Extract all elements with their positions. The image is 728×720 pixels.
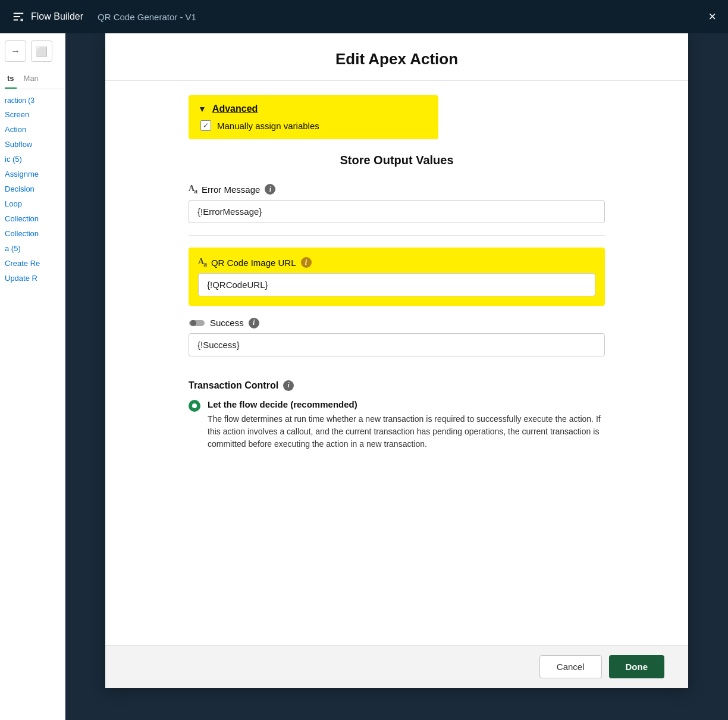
radio-content: Let the flow decide (recommended) The fl…: [208, 399, 605, 450]
let-flow-decide-radio[interactable]: [189, 400, 200, 412]
transaction-control-header: Transaction Control i: [189, 380, 605, 391]
cancel-button[interactable]: Cancel: [539, 655, 602, 678]
radio-label: Let the flow decide (recommended): [208, 399, 605, 409]
edit-apex-modal: Edit Apex Action ▼ Advanced ✓ Manually a…: [105, 33, 688, 688]
manually-assign-label: Manually assign variables: [217, 121, 319, 131]
advanced-title: Advanced: [212, 104, 258, 114]
qr-code-url-input[interactable]: [198, 273, 595, 296]
svg-point-1: [190, 320, 196, 326]
modal-footer: Cancel Done: [105, 645, 688, 688]
qr-code-info-icon[interactable]: i: [301, 257, 312, 268]
modal-header: Edit Apex Action: [105, 33, 688, 81]
modal-title: Edit Apex Action: [129, 50, 664, 68]
manually-assign-checkbox[interactable]: ✓: [200, 120, 211, 131]
error-message-label-row: Aa Error Message i: [189, 184, 605, 195]
success-label: Success: [210, 318, 244, 328]
flow-title: QR Code Generator - V1: [98, 12, 196, 22]
modal-overlay: Edit Apex Action ▼ Advanced ✓ Manually a…: [0, 33, 728, 720]
transaction-control-title: Transaction Control: [189, 380, 278, 391]
app-title: Flow Builder: [31, 11, 83, 22]
qr-code-label: QR Code Image URL: [211, 258, 296, 268]
transaction-control-info-icon[interactable]: i: [283, 380, 294, 391]
radio-inner: [192, 403, 197, 408]
error-message-group: Aa Error Message i: [189, 184, 605, 236]
advanced-header[interactable]: ▼ Advanced: [198, 104, 429, 114]
success-info-icon[interactable]: i: [249, 318, 259, 328]
modal-body: ▼ Advanced ✓ Manually assign variables S…: [105, 81, 688, 645]
error-message-input[interactable]: [189, 200, 605, 223]
success-label-row: Success i: [189, 318, 605, 328]
app-logo: Flow Builder: [12, 10, 83, 23]
radio-description: The flow determines at run time whether …: [208, 413, 605, 450]
success-group: Success i: [189, 318, 605, 368]
advanced-section: ▼ Advanced ✓ Manually assign variables: [189, 95, 438, 139]
let-flow-decide-option[interactable]: Let the flow decide (recommended) The fl…: [189, 399, 605, 450]
done-button[interactable]: Done: [609, 655, 665, 678]
close-button[interactable]: ×: [708, 10, 716, 23]
qr-code-type-icon: Aa: [198, 257, 206, 268]
store-output-title: Store Output Values: [189, 154, 605, 167]
success-input[interactable]: [189, 333, 605, 356]
error-message-type-icon: Aa: [189, 184, 197, 195]
manually-assign-row[interactable]: ✓ Manually assign variables: [200, 120, 429, 131]
transaction-control-section: Transaction Control i Let the flow decid…: [189, 380, 605, 450]
topbar: Flow Builder QR Code Generator - V1 ×: [0, 0, 728, 33]
success-type-icon: [189, 318, 205, 328]
error-message-info-icon[interactable]: i: [265, 184, 275, 195]
qr-code-label-row: Aa QR Code Image URL i: [198, 257, 595, 268]
qr-code-url-group: Aa QR Code Image URL i: [189, 248, 605, 306]
error-message-label: Error Message: [202, 184, 260, 195]
chevron-down-icon: ▼: [198, 104, 206, 114]
